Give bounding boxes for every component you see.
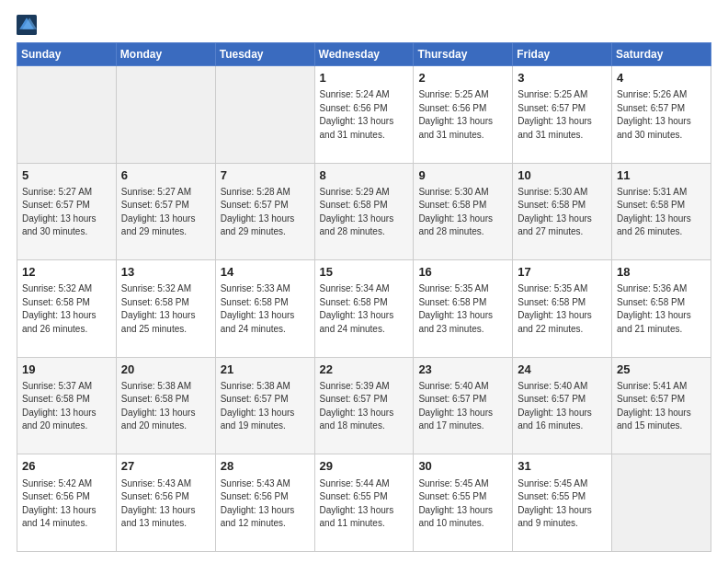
day-number: 10 bbox=[518, 167, 607, 184]
day-number: 22 bbox=[320, 362, 409, 378]
calendar-cell: 20Sunrise: 5:38 AMSunset: 6:58 PMDayligh… bbox=[116, 357, 215, 454]
calendar-cell: 6Sunrise: 5:27 AMSunset: 6:57 PMDaylight… bbox=[116, 163, 215, 260]
calendar-cell: 18Sunrise: 5:36 AMSunset: 6:58 PMDayligh… bbox=[612, 260, 711, 358]
day-number: 8 bbox=[320, 167, 409, 184]
weekday-header-friday: Friday bbox=[513, 43, 612, 66]
week-row-5: 26Sunrise: 5:42 AMSunset: 6:56 PMDayligh… bbox=[17, 454, 711, 552]
day-number: 25 bbox=[617, 362, 706, 378]
day-info: Sunrise: 5:41 AMSunset: 6:57 PMDaylight:… bbox=[617, 380, 706, 433]
day-number: 21 bbox=[221, 362, 310, 378]
calendar-cell bbox=[116, 66, 215, 164]
day-number: 19 bbox=[22, 362, 111, 378]
calendar-cell: 31Sunrise: 5:45 AMSunset: 6:55 PMDayligh… bbox=[513, 454, 612, 552]
calendar-cell: 14Sunrise: 5:33 AMSunset: 6:58 PMDayligh… bbox=[215, 260, 314, 358]
day-info: Sunrise: 5:43 AMSunset: 6:56 PMDaylight:… bbox=[121, 477, 210, 531]
calendar-cell: 21Sunrise: 5:38 AMSunset: 6:57 PMDayligh… bbox=[215, 357, 314, 454]
calendar-cell bbox=[17, 66, 117, 164]
day-number: 30 bbox=[418, 458, 507, 475]
calendar-cell: 11Sunrise: 5:31 AMSunset: 6:58 PMDayligh… bbox=[612, 163, 711, 260]
day-info: Sunrise: 5:31 AMSunset: 6:58 PMDaylight:… bbox=[617, 186, 706, 239]
day-info: Sunrise: 5:42 AMSunset: 6:56 PMDaylight:… bbox=[22, 477, 111, 531]
week-row-1: 1Sunrise: 5:24 AMSunset: 6:56 PMDaylight… bbox=[17, 66, 711, 164]
page: SundayMondayTuesdayWednesdayThursdayFrid… bbox=[0, 0, 728, 563]
day-number: 13 bbox=[121, 264, 210, 281]
day-number: 4 bbox=[617, 70, 706, 86]
day-number: 15 bbox=[320, 264, 409, 281]
day-info: Sunrise: 5:37 AMSunset: 6:58 PMDaylight:… bbox=[22, 380, 111, 433]
calendar-cell: 2Sunrise: 5:25 AMSunset: 6:56 PMDaylight… bbox=[414, 66, 513, 164]
day-number: 9 bbox=[418, 167, 507, 184]
weekday-header-row: SundayMondayTuesdayWednesdayThursdayFrid… bbox=[17, 43, 711, 66]
calendar-cell: 3Sunrise: 5:25 AMSunset: 6:57 PMDaylight… bbox=[513, 66, 612, 164]
calendar-body: 1Sunrise: 5:24 AMSunset: 6:56 PMDaylight… bbox=[17, 66, 711, 552]
calendar-cell: 9Sunrise: 5:30 AMSunset: 6:58 PMDaylight… bbox=[414, 163, 513, 260]
day-number: 12 bbox=[22, 264, 111, 281]
day-number: 16 bbox=[418, 264, 507, 281]
weekday-header-monday: Monday bbox=[116, 43, 215, 66]
weekday-header-saturday: Saturday bbox=[612, 43, 711, 66]
day-number: 18 bbox=[617, 264, 706, 281]
calendar-cell: 4Sunrise: 5:26 AMSunset: 6:57 PMDaylight… bbox=[612, 66, 711, 164]
day-info: Sunrise: 5:25 AMSunset: 6:57 PMDaylight:… bbox=[518, 88, 607, 142]
day-info: Sunrise: 5:25 AMSunset: 6:56 PMDaylight:… bbox=[418, 88, 507, 142]
calendar-cell: 13Sunrise: 5:32 AMSunset: 6:58 PMDayligh… bbox=[116, 260, 215, 358]
day-info: Sunrise: 5:40 AMSunset: 6:57 PMDaylight:… bbox=[518, 380, 607, 433]
day-info: Sunrise: 5:44 AMSunset: 6:55 PMDaylight:… bbox=[320, 477, 409, 531]
day-info: Sunrise: 5:35 AMSunset: 6:58 PMDaylight:… bbox=[418, 282, 507, 336]
calendar-cell: 27Sunrise: 5:43 AMSunset: 6:56 PMDayligh… bbox=[116, 454, 215, 552]
calendar-cell bbox=[215, 66, 314, 164]
weekday-header-tuesday: Tuesday bbox=[215, 43, 314, 66]
calendar-cell: 25Sunrise: 5:41 AMSunset: 6:57 PMDayligh… bbox=[612, 357, 711, 454]
calendar-cell: 8Sunrise: 5:29 AMSunset: 6:58 PMDaylight… bbox=[314, 163, 414, 260]
calendar-cell: 23Sunrise: 5:40 AMSunset: 6:57 PMDayligh… bbox=[414, 357, 513, 454]
day-info: Sunrise: 5:30 AMSunset: 6:58 PMDaylight:… bbox=[418, 186, 507, 239]
day-number: 24 bbox=[518, 362, 607, 378]
calendar-cell: 5Sunrise: 5:27 AMSunset: 6:57 PMDaylight… bbox=[17, 163, 117, 260]
day-number: 2 bbox=[418, 70, 507, 86]
weekday-header-wednesday: Wednesday bbox=[314, 43, 414, 66]
day-number: 23 bbox=[418, 362, 507, 378]
day-info: Sunrise: 5:27 AMSunset: 6:57 PMDaylight:… bbox=[22, 186, 111, 239]
weekday-header-sunday: Sunday bbox=[17, 43, 117, 66]
day-info: Sunrise: 5:45 AMSunset: 6:55 PMDaylight:… bbox=[418, 477, 507, 531]
calendar-cell bbox=[612, 454, 711, 552]
weekday-header-thursday: Thursday bbox=[414, 43, 513, 66]
day-info: Sunrise: 5:38 AMSunset: 6:57 PMDaylight:… bbox=[221, 380, 310, 433]
calendar-table: SundayMondayTuesdayWednesdayThursdayFrid… bbox=[17, 42, 711, 552]
day-info: Sunrise: 5:33 AMSunset: 6:58 PMDaylight:… bbox=[221, 282, 310, 336]
day-number: 27 bbox=[121, 458, 210, 475]
day-info: Sunrise: 5:35 AMSunset: 6:58 PMDaylight:… bbox=[518, 282, 607, 336]
day-number: 20 bbox=[121, 362, 210, 378]
calendar-cell: 7Sunrise: 5:28 AMSunset: 6:57 PMDaylight… bbox=[215, 163, 314, 260]
calendar-cell: 1Sunrise: 5:24 AMSunset: 6:56 PMDaylight… bbox=[314, 66, 414, 164]
day-info: Sunrise: 5:24 AMSunset: 6:56 PMDaylight:… bbox=[320, 88, 409, 142]
day-info: Sunrise: 5:26 AMSunset: 6:57 PMDaylight:… bbox=[617, 88, 706, 142]
day-number: 7 bbox=[221, 167, 310, 184]
calendar-cell: 29Sunrise: 5:44 AMSunset: 6:55 PMDayligh… bbox=[314, 454, 414, 552]
day-info: Sunrise: 5:32 AMSunset: 6:58 PMDaylight:… bbox=[121, 282, 210, 336]
day-number: 28 bbox=[221, 458, 310, 475]
calendar-cell: 26Sunrise: 5:42 AMSunset: 6:56 PMDayligh… bbox=[17, 454, 117, 552]
day-info: Sunrise: 5:28 AMSunset: 6:57 PMDaylight:… bbox=[221, 186, 310, 239]
calendar-header: SundayMondayTuesdayWednesdayThursdayFrid… bbox=[17, 43, 711, 66]
calendar-cell: 24Sunrise: 5:40 AMSunset: 6:57 PMDayligh… bbox=[513, 357, 612, 454]
week-row-3: 12Sunrise: 5:32 AMSunset: 6:58 PMDayligh… bbox=[17, 260, 711, 358]
day-number: 26 bbox=[22, 458, 111, 475]
day-info: Sunrise: 5:43 AMSunset: 6:56 PMDaylight:… bbox=[221, 477, 310, 531]
calendar-cell: 10Sunrise: 5:30 AMSunset: 6:58 PMDayligh… bbox=[513, 163, 612, 260]
day-info: Sunrise: 5:30 AMSunset: 6:58 PMDaylight:… bbox=[518, 186, 607, 239]
calendar-cell: 17Sunrise: 5:35 AMSunset: 6:58 PMDayligh… bbox=[513, 260, 612, 358]
day-info: Sunrise: 5:29 AMSunset: 6:58 PMDaylight:… bbox=[320, 186, 409, 239]
logo bbox=[17, 15, 40, 35]
calendar-cell: 16Sunrise: 5:35 AMSunset: 6:58 PMDayligh… bbox=[414, 260, 513, 358]
calendar-cell: 22Sunrise: 5:39 AMSunset: 6:57 PMDayligh… bbox=[314, 357, 414, 454]
day-info: Sunrise: 5:38 AMSunset: 6:58 PMDaylight:… bbox=[121, 380, 210, 433]
day-number: 5 bbox=[22, 167, 111, 184]
day-number: 3 bbox=[518, 70, 607, 86]
day-info: Sunrise: 5:27 AMSunset: 6:57 PMDaylight:… bbox=[121, 186, 210, 239]
day-info: Sunrise: 5:32 AMSunset: 6:58 PMDaylight:… bbox=[22, 282, 111, 336]
day-info: Sunrise: 5:45 AMSunset: 6:55 PMDaylight:… bbox=[518, 477, 607, 531]
header bbox=[17, 15, 711, 35]
day-number: 6 bbox=[121, 167, 210, 184]
calendar-cell: 28Sunrise: 5:43 AMSunset: 6:56 PMDayligh… bbox=[215, 454, 314, 552]
